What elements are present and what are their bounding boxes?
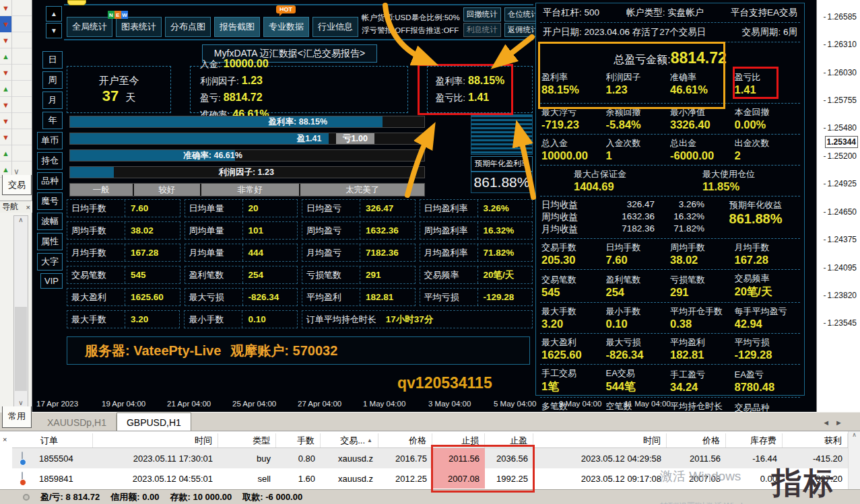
order-cell: 2016.75: [378, 448, 432, 468]
icon-column-spacer: [12, 433, 38, 447]
stat-cell: 月均盈亏7182.36: [302, 244, 416, 262]
sidebar-period-button[interactable]: 单币: [37, 132, 63, 149]
column-header[interactable]: 库存费▲: [726, 433, 783, 447]
toolbar-tab-button[interactable]: 图表统计: [116, 17, 162, 37]
navigator-scrollbar[interactable]: ∧ ∨: [13, 215, 28, 408]
market-watch-row[interactable]: [0, 0, 32, 16]
column-header[interactable]: 获利▲: [783, 433, 848, 447]
chart-tab[interactable]: GBPUSD,H1: [117, 412, 191, 431]
detail-stat-cell: 平均亏损-129.28: [735, 336, 799, 361]
connection-status-icon: [23, 494, 30, 501]
summary-row: 开户至今 37天 入金:10000.00利润因子:1.23盈亏:8814.72准…: [67, 66, 533, 113]
detail-stat-cell: 最大使用仓位11.85%: [670, 168, 799, 193]
market-watch-row[interactable]: [0, 145, 32, 161]
order-cell: 2007.08: [432, 468, 485, 489]
toolbar-tab-button[interactable]: 专业数据: [263, 17, 309, 37]
market-watch-row[interactable]: [0, 65, 32, 81]
column-header[interactable]: 止损▲: [432, 433, 485, 447]
tab-common[interactable]: 常用: [2, 406, 32, 428]
price-axis: 1.265851.263101.260301.257551.254801.253…: [816, 0, 860, 412]
price-tick: 1.24650: [822, 207, 858, 217]
scroll-down-icon[interactable]: ∨: [18, 399, 23, 406]
column-header[interactable]: 订单▲: [38, 433, 93, 447]
platform-info: 帐户类型: 实盘帐户: [626, 7, 704, 19]
sidebar-period-button[interactable]: 周: [42, 71, 63, 89]
time-axis-label: 27 Apr 04:00: [298, 400, 363, 408]
tab-trade[interactable]: 交易: [2, 175, 32, 195]
sidebar-period-button[interactable]: 持仓: [37, 152, 63, 170]
sidebar-down-button[interactable]: ▼: [46, 23, 62, 38]
detail-stat-cell: 周均手数38.02: [670, 242, 735, 266]
toolbar-tab-button[interactable]: 行业信息: [312, 17, 358, 37]
stat-cell: 日均盈亏326.47: [302, 199, 416, 217]
sidebar-period-button[interactable]: 魔号: [37, 192, 63, 210]
scrollbar-thumb[interactable]: [15, 307, 27, 391]
account-age-box: 开户至今 37天: [67, 66, 171, 113]
stat-cell: 最大盈利1625.60: [67, 288, 180, 306]
sidebar-period-button[interactable]: 属性: [37, 233, 63, 250]
sidebar-period-button[interactable]: VIP: [40, 273, 63, 289]
time-axis-label: 3 May 04:00: [428, 400, 494, 408]
sidebar-period-button[interactable]: 品种: [37, 172, 63, 190]
toolbar-tab-button[interactable]: 报告截图: [214, 17, 260, 37]
annual-return-value: 861.88%: [471, 172, 533, 193]
toolbar-tab-button[interactable]: 分布点图: [165, 17, 211, 37]
sidebar-period-button[interactable]: 日: [42, 51, 63, 69]
close-icon[interactable]: ×: [26, 203, 30, 211]
sell-order-icon: [22, 472, 23, 484]
column-header[interactable]: 手数▲: [276, 433, 321, 447]
column-header[interactable]: 时间▲: [93, 433, 218, 447]
detail-stat-cell: 最小净值3326.40: [670, 106, 735, 131]
navigator-header: 导航 ×: [0, 201, 32, 213]
price-direction-arrow-icon: [0, 32, 12, 48]
sidebar-period-button[interactable]: 大字: [37, 253, 63, 271]
annual-return-box: 预期年化盈利率 861.88%: [471, 114, 533, 193]
column-header[interactable]: 交易...▲: [321, 433, 378, 447]
market-watch-row[interactable]: [0, 16, 32, 32]
price-tick: 1.23545: [822, 318, 858, 328]
column-header[interactable]: 价格▲: [667, 433, 726, 447]
column-header[interactable]: 价格▲: [378, 433, 432, 447]
platform-info: 平台杠杆: 500: [543, 7, 599, 19]
avg-holding-time-cell: 订单平均持仓时长17小时37分: [302, 310, 533, 328]
tab-scroll-arrows-icon[interactable]: ◄►: [822, 419, 848, 431]
chart-tab-bar: XAUUSDp,H1GBPUSD,H1 ◄►: [0, 412, 860, 431]
market-watch-panel: ∨ 交易 导航 × ∧ ∨ 常用: [0, 0, 32, 412]
chart-tab[interactable]: XAUUSDp,H1: [38, 415, 117, 431]
close-icon[interactable]: ×: [3, 435, 7, 443]
order-cell: 1859841: [38, 468, 93, 489]
price-tick: 1.24925: [822, 178, 858, 189]
scroll-up-icon[interactable]: ∧: [18, 216, 23, 223]
column-header[interactable]: 时间▲: [533, 433, 667, 447]
toolbar-tab-button[interactable]: 全局统计: [67, 17, 112, 37]
market-watch-row[interactable]: [0, 113, 32, 129]
sidebar-up-button[interactable]: ▲: [46, 6, 62, 22]
market-watch-row[interactable]: [0, 48, 32, 65]
order-cell: 2023.05.12 04:55:01: [93, 468, 218, 489]
column-header[interactable]: 止盈▲: [485, 433, 533, 447]
order-row[interactable]: 18555042023.05.11 17:30:01buy0.80xauusd.…: [12, 448, 848, 468]
sidebar-period-button[interactable]: 波幅: [37, 213, 63, 230]
detail-stat-cell: EA交易544笔: [606, 367, 671, 394]
detail-stat-cell: 交易频率20笔/天: [735, 273, 799, 299]
market-watch-row[interactable]: [0, 129, 32, 145]
stat-cell: 周均盈利率16.32%: [420, 221, 533, 240]
detail-stat-cell: 准确率46.61%: [670, 71, 735, 96]
market-watch-row[interactable]: [0, 81, 32, 97]
order-cell: 2011.56: [432, 448, 485, 468]
sidebar-period-button[interactable]: 年: [42, 112, 63, 129]
sidebar-period-button[interactable]: 月: [42, 92, 63, 109]
price-tick: 1.26585: [822, 11, 858, 22]
market-watch-row[interactable]: [0, 97, 32, 113]
account-age-days: 37: [102, 87, 119, 104]
stat-cell: 月均手数167.28: [67, 244, 180, 262]
column-header[interactable]: 类型▲: [218, 433, 276, 447]
market-watch-row[interactable]: [0, 32, 32, 48]
drawdown-stats-button[interactable]: 回撤统计: [463, 7, 501, 22]
price-direction-arrow-icon: [0, 97, 12, 113]
detail-stat-cell: 平均开仓手数0.38: [670, 305, 735, 330]
scroll-up-icon[interactable]: ∧: [852, 431, 857, 438]
detail-stat-cell: 每手平均盈亏42.94: [735, 305, 799, 330]
price-direction-arrow-icon: [0, 16, 12, 32]
interest-stats-button[interactable]: 利息统计: [463, 23, 501, 37]
